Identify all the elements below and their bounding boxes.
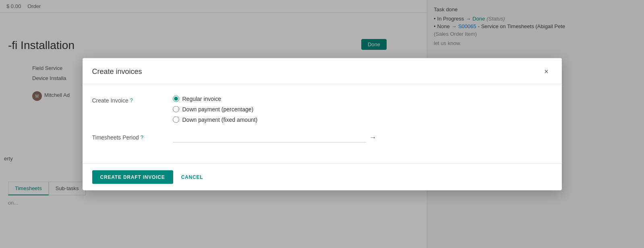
modal-title: Create invoices — [92, 68, 142, 76]
radio-down-payment-pct[interactable]: Down payment (percentage) — [173, 106, 552, 112]
radio-regular-input[interactable] — [173, 95, 179, 102]
radio-down-fixed-label: Down payment (fixed amount) — [182, 116, 258, 123]
radio-regular-label: Regular invoice — [182, 95, 222, 102]
create-invoice-label: Create Invoice ? — [92, 95, 173, 103]
timesheets-period-field: → — [173, 132, 552, 142]
create-invoice-help-icon[interactable]: ? — [130, 97, 133, 103]
timesheets-input-row: → — [173, 132, 552, 142]
radio-regular-invoice[interactable]: Regular invoice — [173, 95, 552, 102]
invoice-type-field: Regular invoice Down payment (percentage… — [173, 95, 552, 123]
invoice-type-radio-group: Regular invoice Down payment (percentage… — [173, 95, 552, 123]
radio-down-pct-input[interactable] — [173, 106, 179, 112]
create-invoice-row: Create Invoice ? Regular invoice Down pa… — [92, 95, 552, 123]
modal-close-button[interactable]: × — [541, 66, 552, 77]
timesheets-period-text: Timesheets Period — [92, 134, 139, 140]
create-invoice-text: Create Invoice — [92, 97, 128, 103]
timesheets-start-input[interactable] — [173, 132, 366, 142]
cancel-button[interactable]: CANCEL — [178, 170, 207, 184]
timesheets-period-row: Timesheets Period ? → — [92, 132, 552, 142]
radio-down-fixed-input[interactable] — [173, 116, 179, 123]
timesheets-arrow-icon: → — [369, 133, 377, 141]
radio-down-payment-fixed[interactable]: Down payment (fixed amount) — [173, 116, 552, 123]
create-invoices-modal: Create invoices × Create Invoice ? Regul… — [83, 58, 562, 190]
create-draft-invoice-button[interactable]: CREATE DRAFT INVOICE — [92, 170, 173, 184]
radio-down-pct-label: Down payment (percentage) — [182, 106, 254, 112]
modal-header: Create invoices × — [83, 58, 562, 84]
timesheets-period-label: Timesheets Period ? — [92, 132, 173, 140]
modal-body: Create Invoice ? Regular invoice Down pa… — [83, 84, 562, 163]
timesheets-help-icon[interactable]: ? — [141, 134, 143, 140]
modal-footer: CREATE DRAFT INVOICE CANCEL — [83, 163, 562, 190]
